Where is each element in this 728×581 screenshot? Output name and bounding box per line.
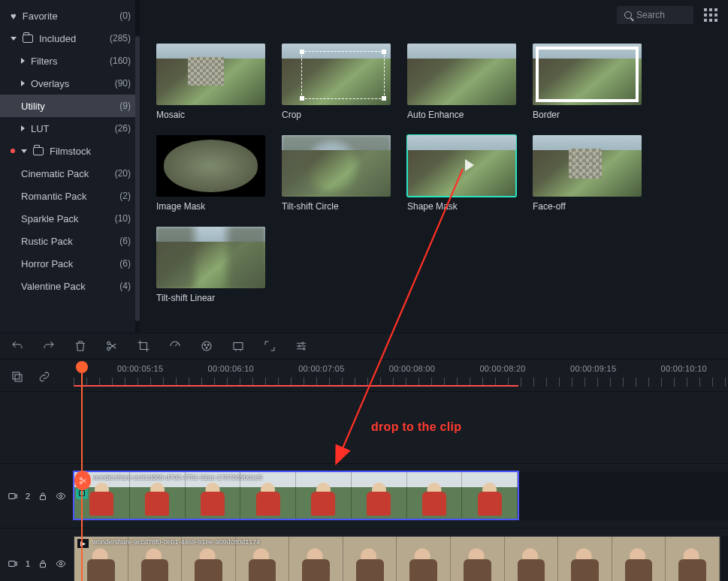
svg-point-1 [107, 348, 110, 351]
expand-button[interactable] [263, 339, 276, 353]
effects-gallery: Search Mosaic Crop Auto Enhance [140, 0, 728, 333]
split-button[interactable] [105, 339, 119, 353]
svg-point-5 [206, 347, 207, 348]
svg-rect-14 [9, 493, 15, 498]
clip-track2[interactable]: ▶ wondershare-ec91dd68-d703-4751-92ac-17… [74, 471, 518, 519]
sidebar-item-count: (160) [110, 56, 131, 66]
crop-button[interactable] [137, 339, 150, 353]
sidebar-item-cinematic-pack[interactable]: Cinematic Pack (20) [0, 162, 140, 185]
eye-icon[interactable] [56, 558, 66, 569]
green-screen-button[interactable] [231, 339, 245, 353]
time-ruler[interactable]: 00:00:05:15 00:00:06:10 00:00:07:05 00:0… [74, 364, 728, 387]
sidebar-item-valentine-pack[interactable]: Valentine Pack (4) [0, 275, 140, 297]
sidebar-item-lut[interactable]: LUT (26) [0, 117, 140, 140]
effect-thumb-crop[interactable]: Crop [282, 44, 391, 120]
sidebar-item-label: Overlays [31, 78, 69, 89]
effect-thumb-image-mask[interactable]: Image Mask [156, 135, 265, 212]
track-header: 1 [0, 528, 74, 581]
effect-label: Image Mask [156, 201, 265, 212]
sidebar-item-favorite[interactable]: ♥Favorite (0) [0, 5, 140, 27]
ruler-label: 00:00:09:15 [570, 364, 616, 373]
undo-button[interactable] [11, 339, 24, 353]
track-video-2[interactable]: 2 ▶ wondershare-ec91dd68-d703-4751-92ac-… [0, 463, 728, 528]
status-dot-icon [11, 149, 15, 153]
effect-thumb-mosaic[interactable]: Mosaic [156, 44, 265, 120]
sidebar-item-included[interactable]: Included (285) [0, 27, 140, 50]
effect-preview [407, 135, 516, 197]
ruler-label: 00:00:10:10 [661, 364, 707, 373]
play-icon [465, 159, 474, 171]
delete-button[interactable] [74, 339, 87, 353]
track-video-1[interactable]: 1 ▶ wondershare-9ccd78f0-0eb1-4469-91ee-… [0, 528, 728, 581]
apps-grid-button[interactable] [704, 8, 717, 22]
sidebar-item-label: Filters [31, 56, 57, 67]
svg-point-19 [59, 562, 62, 565]
sidebar-item-sparkle-pack[interactable]: Sparkle Pack (10) [0, 207, 140, 230]
effect-preview [533, 44, 642, 105]
speed-button[interactable] [168, 339, 182, 353]
sidebar-item-label: Valentine Pack [21, 281, 86, 292]
effect-label: Tilt-shift Circle [282, 201, 391, 212]
sidebar-item-rustic-pack[interactable]: Rustic Pack (6) [0, 230, 140, 252]
link-button[interactable] [38, 370, 51, 384]
effect-preview [282, 44, 391, 105]
effect-label: Border [533, 110, 642, 120]
svg-rect-15 [41, 495, 46, 499]
chevron-right-icon [21, 125, 25, 131]
effect-thumb-tilt-shift-circle[interactable]: Tilt-shift Circle [282, 135, 391, 212]
effect-preview [156, 44, 265, 105]
effect-label: Shape Mask [407, 201, 516, 212]
effect-thumb-border[interactable]: Border [533, 44, 642, 120]
chevron-down-icon [11, 37, 17, 41]
ruler-label: 00:00:07:05 [298, 364, 344, 373]
search-input[interactable]: Search [617, 6, 693, 24]
redo-button[interactable] [42, 339, 56, 353]
ruler-range [74, 385, 518, 387]
effect-preview [407, 44, 516, 105]
add-marker-button[interactable] [11, 370, 24, 384]
sidebar-item-filmstock[interactable]: Filmstock [0, 140, 140, 162]
sidebar-item-label: Filmstock [50, 146, 91, 157]
sidebar-item-filters[interactable]: Filters (160) [0, 50, 140, 72]
effect-preview [533, 135, 642, 197]
sidebar-item-count: (6) [119, 236, 131, 246]
sidebar-item-label: Cinematic Pack [21, 168, 89, 179]
ruler-label: 00:00:06:10 [208, 364, 254, 373]
sidebar-item-horror-pack[interactable]: Horror Pack (6) [0, 252, 140, 275]
effect-preview [156, 135, 265, 197]
svg-point-2 [202, 342, 211, 351]
video-track-icon [8, 558, 18, 569]
ruler-label: 00:00:08:00 [389, 364, 435, 373]
eye-icon[interactable] [56, 491, 66, 501]
lock-icon[interactable] [38, 558, 48, 569]
sidebar-item-count: (20) [115, 168, 131, 179]
settings-button[interactable] [295, 339, 308, 353]
search-placeholder: Search [636, 10, 665, 20]
sidebar-item-overlays[interactable]: Overlays (90) [0, 72, 140, 95]
sidebar-item-count: (9) [119, 101, 131, 111]
sidebar-item-label: Favorite [23, 11, 58, 22]
effects-sidebar: ♥Favorite (0) Included (285) Filters (16… [0, 0, 140, 333]
effect-label: Mosaic [156, 110, 265, 120]
sidebar-item-count: (2) [119, 191, 131, 201]
effect-label: Face-off [533, 201, 642, 212]
split-marker[interactable] [74, 471, 91, 490]
chevron-right-icon [21, 58, 25, 64]
track-header: 2 [0, 464, 74, 528]
sidebar-item-label: Horror Pack [21, 258, 73, 269]
effect-thumb-shape-mask[interactable]: Shape Mask [407, 135, 516, 212]
color-button[interactable] [200, 339, 213, 353]
sidebar-item-count: (10) [115, 213, 131, 224]
heart-icon: ♥ [11, 11, 17, 22]
sidebar-item-romantic-pack[interactable]: Romantic Pack (2) [0, 185, 140, 207]
effect-thumb-auto-enhance[interactable]: Auto Enhance [407, 44, 516, 120]
effect-thumb-face-off[interactable]: Face-off [533, 135, 642, 212]
clip-track1[interactable]: ▶ wondershare-9ccd78f0-0eb1-4469-91ee-a0… [74, 536, 720, 581]
chevron-right-icon [21, 80, 25, 86]
chevron-down-icon [21, 149, 27, 153]
sidebar-item-utility[interactable]: Utility (9) [0, 95, 140, 117]
effect-thumb-tilt-shift-linear[interactable]: Tilt-shift Linear [156, 227, 265, 303]
lock-icon[interactable] [38, 491, 48, 501]
svg-point-4 [207, 345, 209, 346]
svg-rect-6 [234, 343, 243, 350]
